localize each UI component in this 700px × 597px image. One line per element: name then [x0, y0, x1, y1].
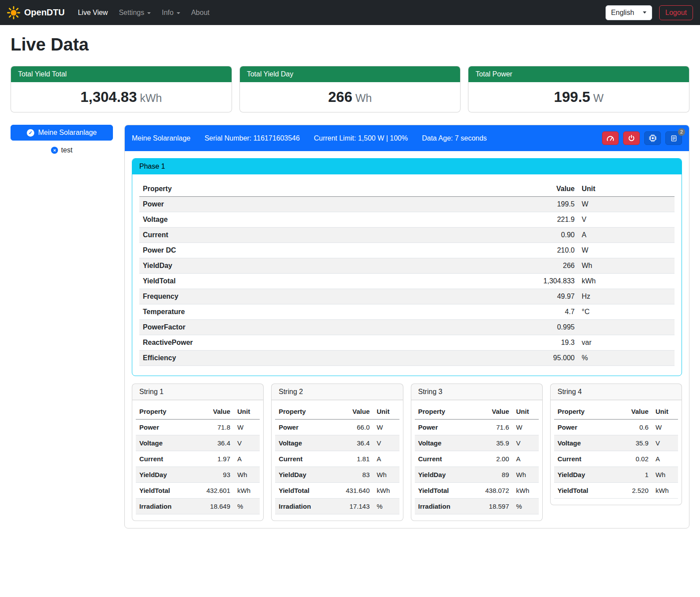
- limit-settings-button[interactable]: [602, 131, 619, 145]
- summary-card-title: Total Yield Total: [11, 66, 232, 82]
- language-value: English: [611, 9, 634, 17]
- table-row: Irradiation18.597%: [415, 499, 539, 514]
- table-row: Power199.5W: [139, 197, 675, 212]
- property-cell: Power DC: [139, 243, 402, 258]
- property-cell: Temperature: [139, 304, 402, 320]
- inverter-limit: Current Limit: 1,500 W | 100%: [314, 134, 408, 142]
- property-cell: Current: [415, 451, 470, 467]
- table-row: Frequency49.97Hz: [139, 289, 675, 304]
- value-cell: 0.6: [614, 420, 652, 435]
- inverter-serial: Serial Number: 116171603546: [204, 134, 300, 142]
- column-header-value: Value: [191, 404, 234, 420]
- phase-card-title: Phase 1: [132, 159, 682, 174]
- string-card-body: PropertyValueUnitPower0.6WVoltage35.9VCu…: [551, 400, 682, 505]
- table-row: Voltage36.4V: [136, 435, 260, 451]
- language-select[interactable]: English: [606, 5, 652, 20]
- property-cell: Irradiation: [136, 499, 191, 514]
- property-cell: Voltage: [136, 435, 191, 451]
- property-cell: YieldTotal: [554, 483, 614, 499]
- phase-table: PropertyValueUnitPower199.5WVoltage221.9…: [139, 181, 675, 366]
- table-header-row: PropertyValueUnit: [136, 404, 260, 420]
- property-cell: Current: [275, 451, 330, 467]
- string-table: PropertyValueUnitPower71.8WVoltage36.4VC…: [136, 404, 260, 514]
- value-cell: 19.3: [402, 335, 578, 351]
- value-cell: 0.02: [614, 451, 652, 467]
- string-card-body: PropertyValueUnitPower71.8WVoltage36.4VC…: [132, 400, 263, 521]
- property-cell: Current: [554, 451, 614, 467]
- unit-cell: W: [373, 420, 399, 435]
- string-table: PropertyValueUnitPower0.6WVoltage35.9VCu…: [554, 404, 678, 499]
- unit-cell: kWh: [234, 483, 260, 499]
- unit-cell: %: [578, 351, 675, 366]
- value-cell: 18.649: [191, 499, 234, 514]
- string-card-title: String 1: [132, 384, 263, 400]
- value-cell: 95.000: [402, 351, 578, 366]
- unit-cell: W: [512, 420, 538, 435]
- value-cell: 83: [330, 467, 373, 483]
- unit-cell: Wh: [512, 467, 538, 483]
- inverter-panel: Meine Solaranlage Serial Number: 1161716…: [124, 125, 689, 528]
- value-cell: 49.97: [402, 289, 578, 304]
- logout-button[interactable]: Logout: [659, 5, 693, 20]
- table-row: YieldDay89Wh: [415, 467, 539, 483]
- column-header-unit: Unit: [373, 404, 399, 420]
- x-circle-icon: ×: [51, 147, 58, 154]
- value-cell: 199.5: [402, 197, 578, 212]
- summary-value: 266: [328, 89, 352, 105]
- column-header-value: Value: [330, 404, 373, 420]
- column-header-unit: Unit: [512, 404, 538, 420]
- inverter-panel-header: Meine Solaranlage Serial Number: 1161716…: [125, 125, 689, 151]
- table-row: Voltage221.9V: [139, 212, 675, 228]
- unit-cell: W: [578, 197, 675, 212]
- value-cell: 431.640: [330, 483, 373, 499]
- device-settings-button[interactable]: [644, 131, 661, 145]
- value-cell: 36.4: [330, 435, 373, 451]
- column-header-property: Property: [415, 404, 470, 420]
- value-cell: 4.7: [402, 304, 578, 320]
- summary-card: Total Power199.5 W: [468, 66, 689, 112]
- nav-item-live-view[interactable]: Live View: [74, 5, 111, 20]
- nav-item-settings[interactable]: Settings: [115, 5, 154, 20]
- value-cell: 0.995: [402, 320, 578, 335]
- table-row: Temperature4.7°C: [139, 304, 675, 320]
- unit-cell: Wh: [373, 467, 399, 483]
- unit-cell: W: [652, 420, 678, 435]
- table-row: ReactivePower19.3var: [139, 335, 675, 351]
- sidebar-item-test[interactable]: × test: [11, 146, 113, 154]
- brand-label: OpenDTU: [24, 7, 65, 18]
- table-row: Current0.90A: [139, 228, 675, 243]
- property-cell: Voltage: [139, 212, 402, 228]
- table-row: YieldTotal432.601kWh: [136, 483, 260, 499]
- nav-item-info[interactable]: Info: [158, 5, 184, 20]
- value-cell: 0.90: [402, 228, 578, 243]
- property-cell: Power: [139, 197, 402, 212]
- power-button[interactable]: [623, 131, 640, 145]
- value-cell: 1.97: [191, 451, 234, 467]
- summary-unit: W: [590, 92, 604, 104]
- string-card: String 4PropertyValueUnitPower0.6WVoltag…: [550, 384, 682, 505]
- unit-cell: W: [234, 420, 260, 435]
- unit-cell: Hz: [578, 289, 675, 304]
- column-header-value: Value: [402, 181, 578, 197]
- check-circle-icon: ✓: [27, 129, 34, 137]
- inverter-data-age: Data Age: 7 seconds: [422, 134, 487, 142]
- table-row: YieldTotal1,304.833kWh: [139, 274, 675, 289]
- brand[interactable]: OpenDTU: [7, 6, 65, 19]
- power-icon: [628, 135, 635, 142]
- nav-item-about[interactable]: About: [188, 5, 213, 20]
- gauge-icon: [606, 135, 614, 141]
- column-header-value: Value: [469, 404, 512, 420]
- sidebar-item-meine-solaranlage[interactable]: ✓ Meine Solaranlage: [11, 125, 113, 141]
- unit-cell: var: [578, 335, 675, 351]
- summary-unit: Wh: [352, 92, 372, 104]
- string-table: PropertyValueUnitPower66.0WVoltage36.4VC…: [275, 404, 399, 514]
- table-header-row: PropertyValueUnit: [415, 404, 539, 420]
- navbar: OpenDTU Live ViewSettingsInfoAbout Engli…: [0, 0, 700, 25]
- value-cell: 71.8: [191, 420, 234, 435]
- summary-card-title: Total Yield Day: [240, 66, 461, 82]
- events-button[interactable]: 2: [665, 131, 682, 145]
- table-row: Power DC210.0W: [139, 243, 675, 258]
- string-card: String 1PropertyValueUnitPower71.8WVolta…: [132, 384, 264, 521]
- phase-table-container: PropertyValueUnitPower199.5WVoltage221.9…: [132, 174, 682, 376]
- column-header-unit: Unit: [652, 404, 678, 420]
